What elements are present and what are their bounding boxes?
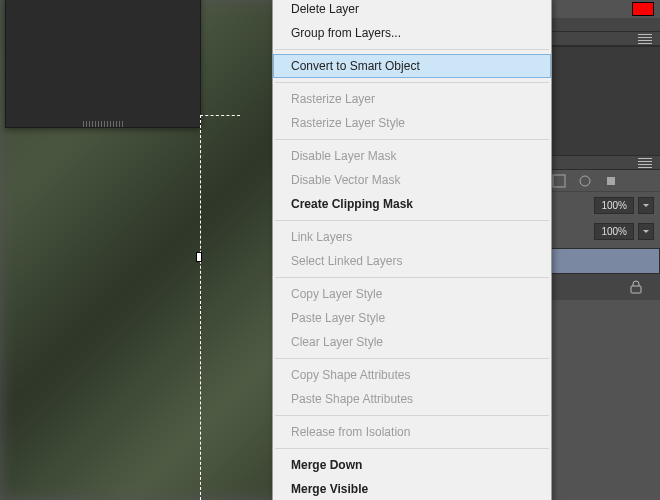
document-window[interactable]: [5, 0, 201, 128]
menu-item-clear-layer-style: Clear Layer Style: [273, 330, 551, 354]
menu-item-release-from-isolation: Release from Isolation: [273, 420, 551, 444]
menu-item-paste-shape-attributes: Paste Shape Attributes: [273, 387, 551, 411]
filter-adjust-icon[interactable]: [578, 174, 592, 188]
menu-item-merge-down[interactable]: Merge Down: [273, 453, 551, 477]
selection-marquee: [200, 115, 240, 500]
menu-item-create-clipping-mask[interactable]: Create Clipping Mask: [273, 192, 551, 216]
fill-value[interactable]: 100%: [594, 223, 634, 240]
foreground-color-swatch[interactable]: [632, 2, 654, 16]
menu-separator: [275, 415, 549, 416]
menu-separator: [275, 358, 549, 359]
panels-dock: 100% 100%: [544, 0, 660, 500]
menu-separator: [275, 139, 549, 140]
svg-rect-2: [607, 177, 615, 185]
opacity-value[interactable]: 100%: [594, 197, 634, 214]
menu-separator: [275, 220, 549, 221]
menu-separator: [275, 277, 549, 278]
menu-item-group-from-layers[interactable]: Group from Layers...: [273, 21, 551, 45]
opacity-dropdown-icon[interactable]: [638, 197, 654, 214]
menu-item-link-layers: Link Layers: [273, 225, 551, 249]
menu-item-disable-vector-mask: Disable Vector Mask: [273, 168, 551, 192]
layers-panel-menubar: [544, 156, 660, 170]
selection-handle-icon[interactable]: [196, 252, 202, 262]
lock-icon[interactable]: [630, 280, 642, 294]
layers-panel-menu-icon[interactable]: [638, 158, 652, 168]
menu-item-copy-layer-style: Copy Layer Style: [273, 282, 551, 306]
menu-item-rasterize-layer: Rasterize Layer: [273, 87, 551, 111]
menu-separator: [275, 49, 549, 50]
menu-separator: [275, 448, 549, 449]
menu-item-convert-to-smart-object[interactable]: Convert to Smart Object: [273, 54, 551, 78]
layer-context-menu: Delete LayerGroup from Layers...Convert …: [272, 0, 552, 500]
menu-separator: [275, 82, 549, 83]
resize-grip-icon[interactable]: [83, 121, 123, 127]
filter-shape-icon[interactable]: [604, 174, 618, 188]
selected-layer-row[interactable]: [544, 248, 660, 274]
opacity-row: 100%: [544, 192, 660, 218]
color-swatch-row: [544, 0, 660, 18]
menu-item-merge-visible[interactable]: Merge Visible: [273, 477, 551, 500]
svg-rect-0: [553, 175, 565, 187]
fill-row: 100%: [544, 218, 660, 244]
menu-item-paste-layer-style: Paste Layer Style: [273, 306, 551, 330]
svg-rect-3: [631, 286, 641, 293]
menu-item-copy-shape-attributes: Copy Shape Attributes: [273, 363, 551, 387]
menu-item-delete-layer[interactable]: Delete Layer: [273, 0, 551, 21]
panel-tabbar: [544, 18, 660, 32]
menu-item-rasterize-layer-style: Rasterize Layer Style: [273, 111, 551, 135]
filter-pixel-icon[interactable]: [552, 174, 566, 188]
menu-item-select-linked-layers: Select Linked Layers: [273, 249, 551, 273]
menu-item-disable-layer-mask: Disable Layer Mask: [273, 144, 551, 168]
panel-menu-icon[interactable]: [638, 34, 652, 44]
svg-point-1: [580, 176, 590, 186]
panel-menubar: [544, 32, 660, 46]
fill-dropdown-icon[interactable]: [638, 223, 654, 240]
layers-filter-row: [544, 170, 660, 192]
panel-empty-area: [544, 46, 660, 156]
layer-lock-row: [544, 274, 660, 300]
